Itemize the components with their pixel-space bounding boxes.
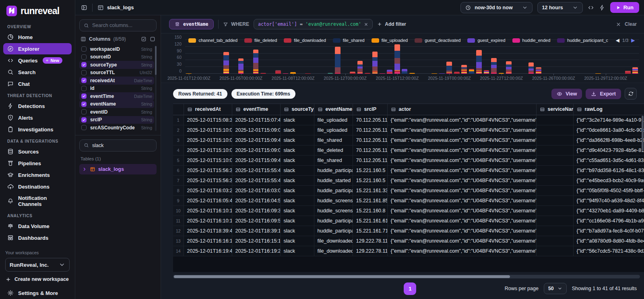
- checkbox-unchecked-icon[interactable]: [81, 46, 87, 52]
- column-toggle-eventTime[interactable]: eventTimeDateTime: [79, 92, 154, 100]
- stacked-bar[interactable]: [528, 62, 534, 74]
- select-all-icon[interactable]: [141, 36, 147, 42]
- toggle-panel-icon[interactable]: [81, 4, 87, 11]
- stacked-bar[interactable]: [506, 61, 512, 74]
- checkbox-checked-icon[interactable]: [81, 102, 87, 107]
- stacked-bar[interactable]: [491, 58, 497, 74]
- columns-list-scrollbar[interactable]: [155, 46, 157, 131]
- sidebar-item-search[interactable]: Search: [3, 66, 72, 78]
- checkbox-unchecked-icon[interactable]: [81, 109, 87, 114]
- clear-filters-button[interactable]: Clear: [616, 21, 637, 27]
- checkbox-checked-icon[interactable]: [81, 62, 87, 67]
- view-button[interactable]: View: [551, 89, 582, 99]
- interval-select[interactable]: 12 hours: [537, 2, 583, 13]
- sidebar-item-enrichments[interactable]: Enrichments: [3, 169, 72, 181]
- column-toggle-workspaceID[interactable]: workspaceIDString: [79, 45, 154, 53]
- stacked-bar[interactable]: [632, 67, 638, 74]
- table-row[interactable]: 122025-12-01T18:39:48Z2025-12-01T18:39:1…: [173, 226, 644, 236]
- add-filter-button[interactable]: Add filter: [377, 21, 406, 27]
- export-button[interactable]: Export: [586, 89, 621, 99]
- checkbox-checked-icon[interactable]: [81, 93, 87, 99]
- stacked-bar[interactable]: [223, 52, 229, 74]
- column-toggle-srcIP[interactable]: srcIPString: [79, 116, 154, 124]
- column-header-eventTime[interactable]: eventTime: [232, 104, 280, 115]
- table-row[interactable]: 72025-12-01T15:56:35Z2025-12-01T15:55:45…: [173, 175, 644, 185]
- settings-button[interactable]: Settings & More: [3, 287, 72, 299]
- checkbox-unchecked-icon[interactable]: [81, 86, 87, 91]
- table-vertical-scrollbar[interactable]: [642, 116, 644, 270]
- table-row[interactable]: 82025-12-01T16:03:23Z2025-12-01T16:03:08…: [173, 185, 644, 195]
- table-row[interactable]: 92025-12-01T16:05:49Z2025-12-01T16:04:53…: [173, 195, 644, 206]
- stacked-bar[interactable]: [536, 67, 541, 74]
- legend-item-file_deleted[interactable]: file_deleted: [244, 38, 277, 43]
- tab-slack-logs[interactable]: slack_logs: [97, 4, 134, 11]
- table-row[interactable]: 102025-12-01T16:10:11Z2025-12-01T16:09:3…: [173, 206, 644, 216]
- checkbox-unchecked-icon[interactable]: [81, 54, 87, 60]
- refresh-button[interactable]: [625, 88, 637, 100]
- legend-item-file_uploaded[interactable]: file_uploaded: [372, 38, 408, 43]
- column-toggle-eventName[interactable]: eventNameString: [79, 100, 154, 108]
- column-header-srcIP[interactable]: srcIP: [353, 104, 387, 115]
- sidebar-item-detections[interactable]: Detections: [3, 100, 72, 112]
- table-row[interactable]: 22025-12-01T15:10:09Z2025-12-01T15:09:05…: [173, 125, 644, 135]
- workspace-selector[interactable]: RunReveal, Inc.: [5, 258, 70, 272]
- app-logo[interactable]: runreveal: [0, 4, 75, 21]
- stacked-bar[interactable]: [238, 58, 244, 74]
- legend-item-channel_tab_added[interactable]: channel_tab_added: [188, 38, 237, 43]
- sidebar-item-pipelines[interactable]: Pipelines: [3, 158, 72, 169]
- sidebar-item-home[interactable]: Home: [3, 31, 72, 43]
- legend-next-icon[interactable]: ▶: [631, 37, 635, 43]
- column-toggle-receivedAt[interactable]: receivedAtDateTime: [79, 77, 154, 85]
- legend-item-huddle_ended[interactable]: huddle_ended: [512, 38, 551, 43]
- legend-item-file_downloaded[interactable]: file_downloaded: [284, 38, 326, 43]
- stacked-bar[interactable]: [372, 52, 378, 74]
- sidebar-item-explorer[interactable]: Explorer: [3, 43, 72, 54]
- column-toggle-id[interactable]: idString: [79, 85, 154, 93]
- stacked-bar[interactable]: [357, 61, 363, 74]
- tables-search-input[interactable]: [92, 143, 152, 148]
- stacked-bar[interactable]: [275, 70, 281, 74]
- page-1-button[interactable]: 1: [404, 282, 416, 295]
- stacked-bar[interactable]: [461, 65, 467, 74]
- table-row[interactable]: 132025-12-01T16:16:19Z2025-12-01T16:15:1…: [173, 236, 644, 246]
- sidebar-item-alerts[interactable]: Alerts: [3, 112, 72, 123]
- code-view-icon[interactable]: [588, 4, 594, 11]
- checkbox-checked-icon[interactable]: [81, 78, 87, 83]
- legend-item-huddle_participant_c[interactable]: huddle_participant_c: [557, 38, 608, 43]
- table-row[interactable]: 42025-12-01T15:10:09Z2025-12-01T15:09:06…: [173, 145, 644, 155]
- checkbox-unchecked-icon[interactable]: [81, 70, 87, 75]
- table-row[interactable]: 32025-12-01T15:10:09Z2025-12-01T15:09:48…: [173, 135, 644, 145]
- column-toggle-sourceID[interactable]: sourceIDString: [79, 53, 154, 61]
- create-workspace-button[interactable]: Create new workspace: [5, 272, 70, 287]
- column-header-sourceType[interactable]: sourceType: [280, 104, 314, 115]
- checkbox-checked-icon[interactable]: [81, 117, 87, 123]
- legend-prev-icon[interactable]: ◀: [616, 37, 619, 43]
- filter-condition-chip[interactable]: actor['email'] = 'evan@runreveal.com': [254, 19, 373, 29]
- remove-filter-icon[interactable]: [364, 22, 368, 27]
- sidebar-item-chat[interactable]: Chat: [3, 78, 72, 89]
- stacked-bar[interactable]: [253, 50, 259, 74]
- stacked-bar[interactable]: [476, 50, 482, 74]
- deselect-all-icon[interactable]: [150, 36, 155, 42]
- sidebar-item-data-volume[interactable]: Data Volume: [3, 220, 72, 232]
- column-toggle-sourceTTL[interactable]: sourceTTLUInt32: [79, 69, 154, 77]
- column-header-serviceName[interactable]: serviceName: [536, 104, 573, 115]
- table-horizontal-scrollbar[interactable]: [173, 275, 640, 278]
- stacked-bar[interactable]: [484, 70, 489, 74]
- sidebar-item-destinations[interactable]: Destinations: [3, 181, 72, 192]
- run-button[interactable]: Run: [610, 2, 639, 13]
- rows-per-page-select[interactable]: 50: [544, 283, 567, 294]
- sidebar-item-queries[interactable]: QueriesNew: [3, 55, 72, 66]
- sidebar-item-investigations[interactable]: Investigations: [3, 124, 72, 135]
- time-range-select[interactable]: now-30d to now: [460, 2, 532, 13]
- checkbox-unchecked-icon[interactable]: [81, 125, 87, 130]
- table-row[interactable]: 52025-12-01T15:10:09Z2025-12-01T15:09:48…: [173, 155, 644, 165]
- stacked-bar[interactable]: [446, 62, 452, 74]
- tables-search[interactable]: [79, 139, 157, 152]
- column-toggle-eventID[interactable]: eventIDString: [79, 108, 154, 116]
- column-toggle-srcASCountryCode[interactable]: srcASCountryCodeString: [79, 124, 154, 132]
- column-header-eventName[interactable]: eventName: [314, 104, 353, 115]
- columns-search[interactable]: [79, 19, 157, 31]
- stacked-bar[interactable]: [387, 70, 392, 74]
- stacked-bar[interactable]: [402, 69, 407, 74]
